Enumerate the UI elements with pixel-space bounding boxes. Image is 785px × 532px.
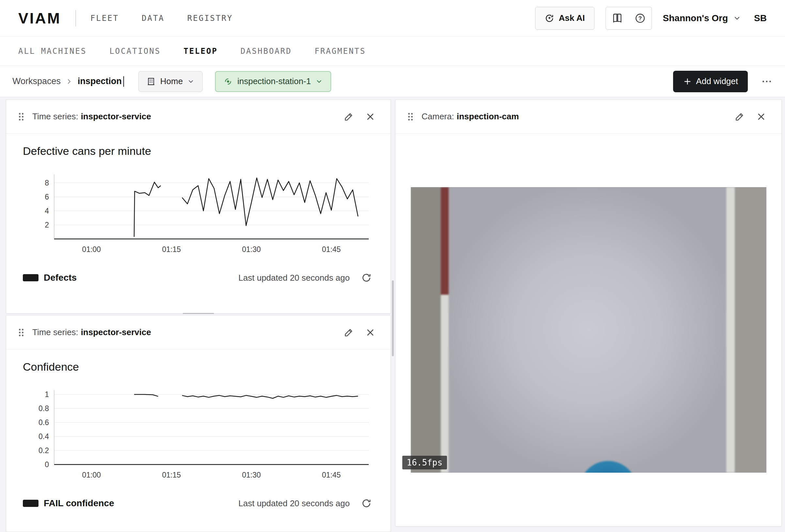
close-widget-button[interactable] xyxy=(363,109,378,124)
chevron-down-icon xyxy=(315,78,323,85)
teleop-toolbar: Workspaces inspection Home inspection-st… xyxy=(0,66,785,97)
legend-label: Defects xyxy=(44,272,77,283)
main-nav: FLEET DATA REGISTRY xyxy=(91,14,233,23)
org-name: Shannon's Org xyxy=(663,13,728,24)
svg-text:1: 1 xyxy=(45,390,49,399)
drag-handle-icon[interactable] xyxy=(407,112,414,122)
close-widget-button[interactable] xyxy=(754,109,768,124)
chart-title: Confidence xyxy=(23,361,374,373)
workspace-name-input[interactable]: inspection xyxy=(78,76,122,86)
camera-scene xyxy=(411,187,766,473)
drag-handle-icon[interactable] xyxy=(17,112,25,122)
breadcrumb-workspaces[interactable]: Workspaces xyxy=(12,76,61,86)
widget-title: Time series:inspector-service xyxy=(32,327,151,337)
svg-text:0.8: 0.8 xyxy=(39,404,49,413)
widget-timeseries-confidence: Time series:inspector-service Confidence… xyxy=(6,315,391,532)
chart-legend-row: FAIL confidence Last updated 20 seconds … xyxy=(23,496,374,511)
legend-label: FAIL confidence xyxy=(44,498,114,508)
widget-camera: Camera:inspection-cam xyxy=(395,100,782,527)
widget-header: Camera:inspection-cam xyxy=(396,100,781,134)
widget-title: Time series:inspector-service xyxy=(32,111,151,122)
top-navbar: VIAM FLEET DATA REGISTRY Ask AI ? Shanno… xyxy=(0,0,785,36)
last-updated-text: Last updated 20 seconds ago xyxy=(238,499,350,508)
machine-selector[interactable]: inspection-station-1 xyxy=(215,71,331,92)
docs-icon[interactable] xyxy=(606,7,629,30)
teleop-workspace: Time series:inspector-service Defective … xyxy=(0,97,785,532)
svg-text:01:45: 01:45 xyxy=(322,471,341,479)
edit-widget-button[interactable] xyxy=(732,109,747,124)
location-label: Home xyxy=(160,76,183,86)
svg-text:01:30: 01:30 xyxy=(242,471,261,479)
tab-teleop[interactable]: TELEOP xyxy=(183,47,218,56)
close-widget-button[interactable] xyxy=(363,325,378,340)
camera-body: 16.5fps xyxy=(396,134,781,526)
machine-icon xyxy=(224,77,233,86)
svg-text:8: 8 xyxy=(45,179,49,187)
svg-text:2: 2 xyxy=(45,221,49,229)
ask-ai-button[interactable]: Ask AI xyxy=(535,7,594,30)
column-resize-handle[interactable] xyxy=(392,280,394,356)
svg-text:01:45: 01:45 xyxy=(322,245,341,254)
svg-text:01:15: 01:15 xyxy=(162,245,181,254)
camera-frame xyxy=(411,187,766,473)
tab-locations[interactable]: LOCATIONS xyxy=(109,47,160,56)
ask-ai-label: Ask AI xyxy=(559,13,585,23)
drag-handle-icon[interactable] xyxy=(17,328,25,337)
tab-fragments[interactable]: FRAGMENTS xyxy=(314,47,366,56)
text-cursor xyxy=(123,76,124,87)
chart-legend-row: Defects Last updated 20 seconds ago xyxy=(23,270,374,285)
widget-header: Time series:inspector-service xyxy=(6,316,390,349)
tab-all-machines[interactable]: ALL MACHINES xyxy=(18,47,86,56)
help-icon[interactable]: ? xyxy=(629,7,652,30)
widget-title: Camera:inspection-cam xyxy=(422,111,519,122)
svg-text:01:30: 01:30 xyxy=(242,245,261,254)
machine-label: inspection-station-1 xyxy=(237,76,311,86)
svg-text:01:15: 01:15 xyxy=(162,471,181,479)
more-options-button[interactable] xyxy=(761,76,773,87)
defects-line-chart: 246801:0001:1501:3001:45 xyxy=(23,169,374,259)
legend-swatch xyxy=(23,500,39,507)
camera-stream: 16.5fps xyxy=(411,187,766,473)
divider xyxy=(75,10,76,26)
red-marker-strip xyxy=(441,187,449,295)
plus-icon xyxy=(683,77,692,86)
svg-text:0: 0 xyxy=(45,460,49,469)
widget-timeseries-defects: Time series:inspector-service Defective … xyxy=(6,100,391,314)
right-guide-rail xyxy=(726,187,735,473)
chevron-down-icon xyxy=(733,14,741,22)
fleet-tabs: ALL MACHINES LOCATIONS TELEOP DASHBOARD … xyxy=(0,36,785,66)
svg-text:?: ? xyxy=(638,15,641,21)
legend-swatch xyxy=(23,274,39,281)
user-avatar[interactable]: SB xyxy=(754,13,767,24)
chart-title: Defective cans per minute xyxy=(23,145,374,157)
chevron-down-icon xyxy=(187,78,195,85)
edit-widget-button[interactable] xyxy=(341,109,356,124)
svg-text:0.6: 0.6 xyxy=(39,418,49,427)
add-widget-button[interactable]: Add widget xyxy=(673,71,748,92)
last-updated-text: Last updated 20 seconds ago xyxy=(238,273,350,283)
svg-text:0.2: 0.2 xyxy=(39,446,49,455)
refresh-button[interactable] xyxy=(359,270,374,285)
widget-body: Confidence 00.20.40.60.8101:0001:1501:30… xyxy=(6,349,390,511)
nav-item-data[interactable]: DATA xyxy=(142,14,164,23)
add-widget-label: Add widget xyxy=(696,76,738,86)
edit-widget-button[interactable] xyxy=(341,325,356,340)
nav-item-registry[interactable]: REGISTRY xyxy=(187,14,233,23)
conveyor-right-band xyxy=(735,187,766,473)
ask-ai-icon xyxy=(545,14,554,23)
navbar-right: Ask AI ? Shannon's Org SB xyxy=(535,7,767,30)
breadcrumb-chevron-icon xyxy=(65,78,73,85)
ellipsis-icon xyxy=(761,76,773,87)
tab-dashboard[interactable]: DASHBOARD xyxy=(240,47,292,56)
refresh-button[interactable] xyxy=(359,496,374,511)
nav-item-fleet[interactable]: FLEET xyxy=(91,14,119,23)
svg-text:01:00: 01:00 xyxy=(82,471,101,479)
org-switcher[interactable]: Shannon's Org xyxy=(663,13,741,24)
svg-text:6: 6 xyxy=(45,193,49,201)
widget-header: Time series:inspector-service xyxy=(6,100,390,134)
fps-badge: 16.5fps xyxy=(402,456,447,470)
svg-text:01:00: 01:00 xyxy=(82,245,101,254)
conveyor-surface-glow xyxy=(449,187,726,473)
viam-logo[interactable]: VIAM xyxy=(18,9,61,27)
location-selector[interactable]: Home xyxy=(138,71,203,92)
